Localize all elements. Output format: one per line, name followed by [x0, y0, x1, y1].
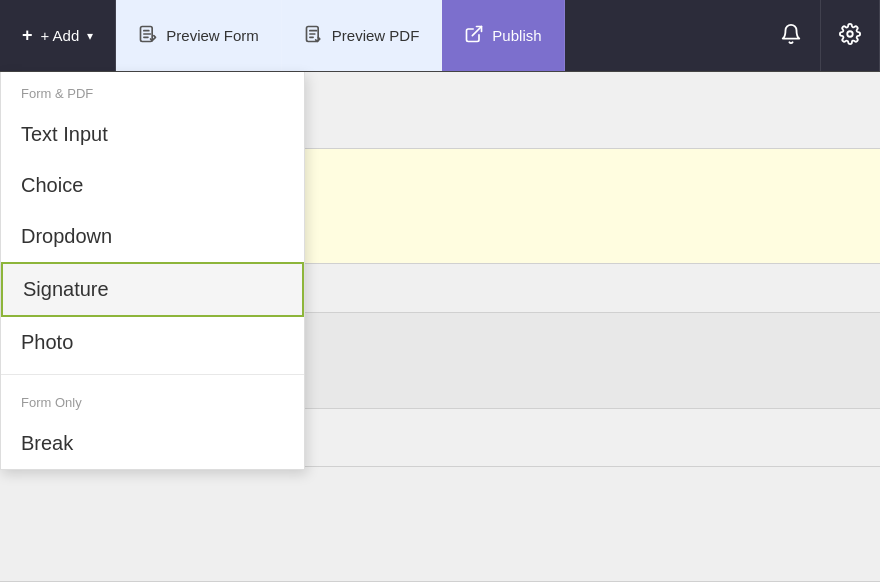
section-form-pdf-label: Form & PDF [1, 72, 304, 109]
add-dropdown-menu: Form & PDF Text Input Choice Dropdown Si… [0, 72, 305, 470]
settings-icon [839, 23, 861, 48]
svg-point-3 [847, 31, 853, 37]
preview-form-label: Preview Form [166, 27, 259, 44]
preview-pdf-icon [304, 24, 324, 47]
settings-button[interactable] [821, 0, 880, 71]
menu-item-choice[interactable]: Choice [1, 160, 304, 211]
menu-item-text-input[interactable]: Text Input [1, 109, 304, 160]
toolbar: + + Add ▾ Preview Form Preview PDF [0, 0, 880, 72]
publish-icon [464, 24, 484, 47]
menu-item-photo[interactable]: Photo [1, 317, 304, 368]
notification-button[interactable] [762, 0, 821, 71]
publish-button[interactable]: Publish [442, 0, 564, 71]
preview-form-icon [138, 24, 158, 47]
add-button[interactable]: + + Add ▾ [0, 0, 116, 71]
section-form-only-label: Form Only [1, 381, 304, 418]
add-icon: + [22, 25, 33, 46]
menu-item-signature[interactable]: Signature [1, 262, 304, 317]
svg-line-2 [473, 27, 482, 36]
toolbar-spacer [565, 0, 762, 71]
menu-item-break[interactable]: Break [1, 418, 304, 469]
preview-form-button[interactable]: Preview Form [116, 0, 282, 71]
main-area: Form & PDF Text Input Choice Dropdown Si… [0, 72, 880, 582]
chevron-down-icon: ▾ [87, 29, 93, 43]
notification-icon [780, 23, 802, 48]
preview-pdf-button[interactable]: Preview PDF [282, 0, 443, 71]
add-label: + Add [41, 27, 80, 44]
preview-pdf-label: Preview PDF [332, 27, 420, 44]
menu-divider [1, 374, 304, 375]
content-row-6 [0, 467, 880, 582]
menu-item-dropdown[interactable]: Dropdown [1, 211, 304, 262]
publish-label: Publish [492, 27, 541, 44]
